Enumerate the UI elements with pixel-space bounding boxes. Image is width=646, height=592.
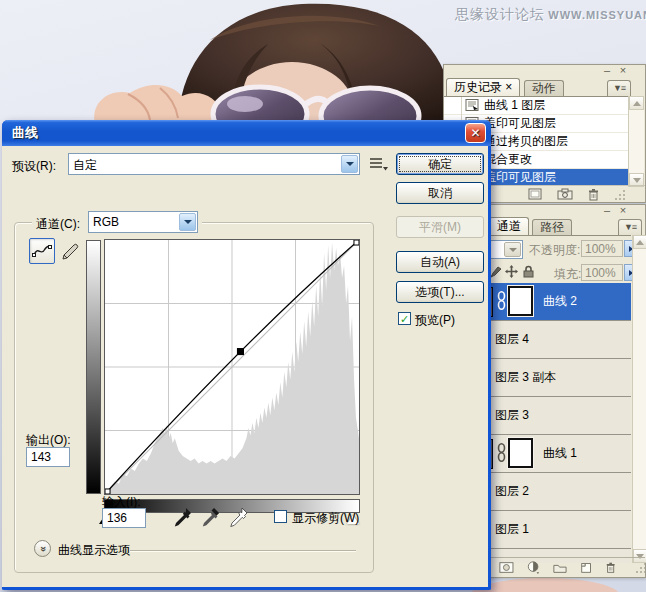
panel-menu-icon[interactable]: ▼≡: [607, 80, 631, 96]
new-document-from-state-icon[interactable]: [528, 188, 543, 200]
output-gradient-bar: [86, 240, 101, 494]
minimize-icon[interactable]: –: [600, 65, 614, 76]
input-field[interactable]: 136: [102, 508, 146, 528]
curve-point-tool-button[interactable]: [29, 238, 55, 264]
show-clipping-checkbox[interactable]: [274, 510, 287, 523]
dialog-body: 预设(R): 自定 确定 取消 平滑(M) 自动(A) 选项(T)... ✓ 预…: [2, 146, 485, 587]
tab-paths[interactable]: 路径: [532, 219, 572, 235]
lock-all-icon[interactable]: [523, 265, 534, 278]
fill-label: 填充:: [554, 266, 581, 283]
scroll-up-icon[interactable]: [633, 235, 646, 249]
channel-label: 通道(C):: [36, 216, 80, 233]
layer-name: 图层 3 副本: [495, 369, 556, 386]
history-state-label: 盖印可见图层: [482, 169, 556, 186]
watermark-site: 思缘设计论坛: [455, 6, 545, 22]
panel-resize-grip[interactable]: [635, 562, 645, 573]
curve-display-options-expander[interactable]: »: [34, 540, 51, 557]
curve-graph[interactable]: [104, 239, 360, 495]
lens-reflection: [227, 96, 263, 112]
show-clipping-label: 显示修剪(W): [292, 510, 359, 527]
history-row[interactable]: 曲线 1 图层: [444, 97, 628, 115]
mask-link-icon[interactable]: [497, 291, 506, 311]
layers-scrollbar[interactable]: [632, 235, 646, 563]
layers-tabs: 通道 路径: [489, 217, 572, 236]
panel-menu-icon[interactable]: ▼≡: [618, 219, 642, 235]
lock-move-icon[interactable]: [505, 265, 518, 278]
preset-options-icon[interactable]: [368, 156, 388, 172]
minimize-icon[interactable]: –: [600, 205, 614, 216]
panel-resize-grip[interactable]: [614, 189, 625, 200]
auto-button[interactable]: 自动(A): [396, 251, 484, 273]
tab-history[interactable]: 历史记录 ×: [446, 78, 520, 96]
watermark-url: WWW.MISSYUAN.COM: [548, 9, 646, 21]
delete-state-icon[interactable]: [587, 188, 600, 201]
new-adjustment-layer-icon[interactable]: [527, 560, 540, 575]
new-layer-icon[interactable]: [580, 561, 592, 574]
layer-name: 图层 4: [495, 331, 529, 348]
cancel-button[interactable]: 取消: [396, 182, 484, 204]
preset-select[interactable]: 自定: [68, 153, 360, 175]
smooth-button[interactable]: 平滑(M): [396, 216, 484, 238]
preset-label: 预设(R):: [12, 158, 56, 175]
opacity-label: 不透明度:: [529, 242, 580, 259]
ok-button[interactable]: 确定: [396, 153, 484, 175]
preview-label: 预览(P): [415, 312, 455, 329]
watermark: 思缘设计论坛 WWW.MISSYUAN.COM: [455, 6, 646, 24]
close-icon[interactable]: ×: [616, 65, 630, 76]
options-button[interactable]: 选项(T)...: [396, 281, 484, 303]
curve-point-tool-icon: [32, 243, 52, 259]
divider: [130, 550, 356, 551]
history-panel-titlebar: – ×: [444, 65, 645, 77]
history-source-checkbox[interactable]: [444, 97, 462, 115]
scroll-up-icon[interactable]: [629, 96, 644, 110]
preview-checkbox[interactable]: ✓: [398, 312, 411, 325]
chevron-down-icon[interactable]: [179, 213, 196, 231]
chevron-down-icon[interactable]: [504, 242, 521, 257]
output-field[interactable]: 143: [26, 447, 70, 467]
delete-layer-icon[interactable]: [605, 561, 616, 574]
layer-name: 图层 2: [495, 483, 529, 500]
history-state-icon: [462, 99, 482, 112]
history-scrollbar[interactable]: [628, 96, 644, 187]
curve-display-options-label: 曲线显示选项: [58, 542, 130, 559]
fill-value[interactable]: 100%: [581, 264, 623, 281]
curves-dialog: 曲线 ✕ 预设(R): 自定 确定 取消 平滑(M) 自动(A) 选项(T)..…: [2, 120, 491, 590]
history-state-label: 曲线 1 图层: [482, 97, 545, 114]
layer-name: 图层 1: [495, 521, 529, 538]
new-snapshot-icon[interactable]: [557, 188, 573, 200]
curve-selected-point[interactable]: [237, 348, 244, 355]
mask-link-icon[interactable]: [497, 443, 506, 463]
preset-value: 自定: [73, 157, 97, 174]
curve-pencil-tool-icon: [60, 242, 80, 262]
curve-pencil-tool-button[interactable]: [57, 239, 83, 265]
layer-mask-thumbnail[interactable]: [508, 286, 533, 316]
history-state-label: 盖印可见图层: [482, 115, 556, 132]
gray-point-eyedropper-icon[interactable]: [200, 506, 222, 528]
layer-name: 曲线 2: [543, 293, 577, 310]
channel-value: RGB: [93, 215, 119, 229]
layer-name: 曲线 1: [543, 445, 577, 462]
channel-select[interactable]: RGB: [88, 211, 198, 233]
chevron-down-icon[interactable]: [341, 155, 358, 173]
curve-endpoint-highlights[interactable]: [354, 240, 359, 245]
close-icon[interactable]: ✕: [465, 123, 486, 143]
close-icon[interactable]: ×: [616, 205, 630, 216]
dialog-titlebar[interactable]: 曲线 ✕: [2, 120, 491, 146]
history-state-label: 通过拷贝的图层: [482, 133, 568, 150]
white-point-eyedropper-icon[interactable]: [228, 506, 250, 528]
opacity-value[interactable]: 100%: [581, 240, 623, 257]
history-tabs: 历史记录 × 动作: [446, 78, 564, 97]
layer-mask-thumbnail[interactable]: [508, 438, 533, 468]
add-layer-mask-icon[interactable]: [499, 561, 514, 574]
tab-actions[interactable]: 动作: [524, 80, 564, 96]
new-group-icon[interactable]: [553, 562, 567, 574]
dialog-title: 曲线: [12, 125, 38, 140]
layer-name: 图层 3: [495, 407, 529, 424]
tab-channels[interactable]: 通道: [489, 217, 529, 235]
black-point-eyedropper-icon[interactable]: [172, 506, 194, 528]
